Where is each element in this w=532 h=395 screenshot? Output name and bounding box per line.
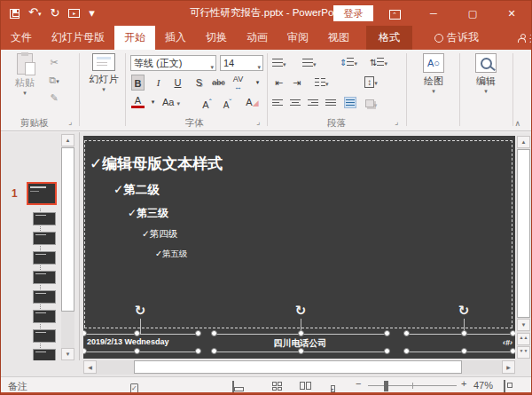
zoom-slider-thumb[interactable]	[384, 381, 388, 391]
rotate-handle-number[interactable]: ↻	[455, 303, 473, 319]
copy-button[interactable]: ⧉▾	[45, 73, 63, 87]
placeholder-border-right[interactable]	[512, 140, 512, 328]
horizontal-scrollbar-thumb[interactable]	[134, 360, 462, 374]
minimize-button[interactable]: ─	[414, 1, 453, 26]
character-spacing-button[interactable]: AV↔	[231, 75, 245, 91]
clipboard-dialog-launcher[interactable]: ⌟	[68, 117, 72, 126]
tab-transitions[interactable]: 切换	[196, 26, 237, 50]
selection-handle[interactable]	[403, 330, 410, 336]
tab-tell-me[interactable]: 告诉我	[425, 26, 489, 50]
editing-dropdown-icon[interactable]: ▾	[463, 88, 509, 95]
master-text-level3[interactable]: ✓第三级	[128, 206, 168, 221]
distribute-button[interactable]	[343, 96, 356, 112]
scroll-left-icon[interactable]: ◀	[83, 360, 97, 374]
scroll-up-icon[interactable]: ▲	[517, 136, 530, 148]
align-center-button[interactable]	[288, 96, 301, 112]
slideshow-view-button[interactable]: ▸	[331, 382, 335, 392]
justify-button[interactable]	[324, 96, 337, 112]
reading-view-button[interactable]	[300, 382, 311, 390]
layout-thumbnail[interactable]	[33, 310, 56, 323]
zoom-in-button[interactable]: +	[461, 378, 466, 389]
sign-in-button[interactable]: 登录	[333, 5, 373, 21]
slide-sorter-view-button[interactable]	[272, 382, 282, 391]
panel-scroll-down-icon[interactable]: ▼	[61, 348, 74, 360]
tab-review[interactable]: 审阅	[278, 26, 318, 50]
display-settings-button[interactable]	[232, 382, 234, 392]
placeholder-border-bottom[interactable]	[84, 328, 512, 328]
layout-thumbnail[interactable]	[33, 290, 56, 304]
panel-scrollbar[interactable]: ▲ ▼	[61, 134, 74, 360]
rotate-handle-date[interactable]: ↻	[131, 303, 149, 319]
master-text-level5[interactable]: ✓第五级	[155, 249, 187, 260]
slide-canvas[interactable]: ✓编辑母版文本样式 ✓第二级 ✓第三级 ✓第四级 ✓第五级 ↻ ↻ ↻ 2019…	[83, 136, 515, 359]
change-case-button[interactable]: Aa ▾	[162, 94, 180, 110]
spacing-dropdown-icon[interactable]: ▾	[251, 75, 264, 91]
scroll-right-icon[interactable]: ▶	[502, 360, 515, 374]
tab-insert[interactable]: 插入	[155, 26, 196, 50]
editing-button[interactable]: 编辑 ▾	[463, 53, 509, 95]
maximize-button[interactable]: ▢	[453, 1, 492, 26]
selection-handle[interactable]	[83, 330, 87, 336]
vertical-scrollbar-thumb[interactable]	[517, 149, 530, 318]
selection-handle[interactable]	[461, 330, 467, 336]
spell-check-button[interactable]: ✓	[130, 382, 138, 392]
placeholder-border-left[interactable]	[84, 140, 85, 328]
panel-scrollbar-thumb[interactable]	[61, 147, 74, 312]
strikethrough-button[interactable]: abc	[212, 75, 225, 91]
selection-handle[interactable]	[403, 348, 410, 354]
paste-button[interactable]: 粘贴 ▾	[8, 53, 42, 97]
numbering-button[interactable]: ▾	[302, 55, 317, 71]
master-text-level4[interactable]: ✓第四级	[142, 228, 177, 241]
align-text-button[interactable]: ↕▾	[364, 75, 378, 91]
zoom-level[interactable]: 47%	[473, 380, 493, 391]
new-slide-dropdown-icon[interactable]: ▾	[84, 86, 123, 93]
master-slide-thumbnail[interactable]	[27, 182, 57, 205]
selection-handle[interactable]	[195, 330, 201, 336]
date-placeholder[interactable]: 2019/2/13 Wednesday	[87, 337, 168, 346]
layout-thumbnail[interactable]	[33, 349, 56, 360]
layout-thumbnail[interactable]	[33, 271, 56, 284]
scroll-down-icon[interactable]: ▼	[517, 319, 530, 331]
layout-thumbnail[interactable]	[33, 212, 56, 225]
font-name-combo[interactable]: 等线 (正文)▾	[130, 55, 216, 71]
next-slide-button[interactable]: ▼▼	[517, 346, 530, 359]
line-spacing-button[interactable]: ⇕▾	[340, 55, 357, 71]
increase-indent-button[interactable]: ⇥	[290, 75, 303, 91]
font-color-dropdown-icon[interactable]: ▾	[146, 94, 160, 110]
new-slide-button[interactable]: 幻灯片 ▾	[84, 53, 123, 93]
text-shadow-button[interactable]: S	[192, 75, 206, 91]
selection-handle[interactable]	[134, 330, 140, 336]
bullets-button[interactable]: ▾	[272, 55, 286, 71]
slide-horizontal-scrollbar[interactable]: ◀ ▶	[83, 360, 515, 375]
font-size-combo[interactable]: 14▾	[220, 55, 263, 71]
align-right-button[interactable]	[306, 96, 319, 112]
tab-file[interactable]: 文件	[1, 26, 42, 50]
paste-dropdown-icon[interactable]: ▾	[8, 90, 42, 97]
fit-slide-to-window-button[interactable]	[504, 381, 505, 391]
paragraph-dialog-launcher[interactable]: ⌟	[395, 117, 398, 126]
notes-button[interactable]: 备注	[8, 380, 27, 393]
shrink-font-button[interactable]: Aˇ	[221, 94, 234, 110]
clear-formatting-button[interactable]: A◢	[246, 94, 259, 110]
selection-handle[interactable]	[134, 348, 140, 354]
align-left-button[interactable]	[270, 96, 284, 112]
zoom-out-button[interactable]: −	[356, 378, 361, 389]
rotate-handle-footer[interactable]: ↻	[292, 303, 309, 319]
selection-handle[interactable]	[211, 330, 217, 336]
bold-button[interactable]: B	[131, 75, 145, 91]
grow-font-button[interactable]: Aˆ	[200, 94, 214, 110]
slide-vertical-scrollbar[interactable]: ▲ ▼ ▲▲ ▼▼	[517, 136, 530, 359]
drawing-dropdown-icon[interactable]: ▾	[411, 88, 457, 95]
panel-scroll-up-icon[interactable]: ▲	[61, 134, 74, 146]
selection-handle[interactable]	[510, 330, 515, 336]
copy-dropdown-icon[interactable]: ▾	[56, 78, 59, 84]
cut-button[interactable]: ✂	[45, 55, 63, 69]
smartart-convert-button[interactable]: ▾	[364, 96, 378, 112]
close-button[interactable]: ✕	[492, 1, 531, 26]
selection-handle[interactable]	[384, 330, 390, 336]
tab-animations[interactable]: 动画	[237, 26, 278, 50]
font-dialog-launcher[interactable]: ⌟	[256, 117, 260, 126]
share-button[interactable]: 共享	[508, 26, 532, 50]
font-color-button[interactable]: A	[131, 94, 145, 108]
selection-handle[interactable]	[298, 330, 304, 336]
